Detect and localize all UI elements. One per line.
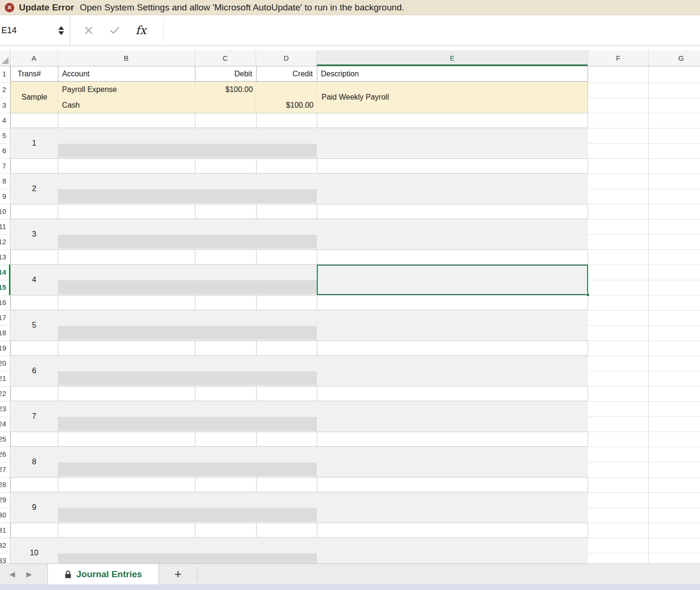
row-header-3[interactable]: 3 bbox=[0, 97, 6, 113]
column-header-b[interactable]: B bbox=[58, 50, 195, 66]
empty-grid-row[interactable] bbox=[10, 523, 588, 538]
row-header-6[interactable]: 6 bbox=[0, 143, 6, 158]
prev-sheet-icon[interactable]: ◀ bbox=[9, 570, 15, 579]
row-header-30[interactable]: 30 bbox=[0, 507, 6, 523]
transaction-number-cell[interactable]: 6 bbox=[10, 356, 58, 386]
transaction-number-cell[interactable]: 10 bbox=[10, 538, 58, 563]
row-header-31[interactable]: 31 bbox=[0, 523, 6, 538]
empty-grid-row[interactable] bbox=[10, 432, 588, 447]
sample-account-cell[interactable]: Payroll Expense Cash bbox=[58, 82, 195, 113]
row-header-25[interactable]: 25 bbox=[0, 432, 6, 447]
row-header-4[interactable]: 4 bbox=[0, 113, 6, 128]
column-header-c[interactable]: C bbox=[195, 50, 256, 66]
stepper-down-icon[interactable] bbox=[58, 31, 64, 35]
row-header-28[interactable]: 28 bbox=[0, 477, 6, 492]
column-header-f[interactable]: F bbox=[588, 50, 649, 66]
fill-handle[interactable] bbox=[586, 293, 589, 296]
row-header-24[interactable]: 24 bbox=[0, 416, 6, 432]
row-header-13[interactable]: 13 bbox=[0, 249, 6, 265]
empty-grid-row[interactable] bbox=[10, 249, 588, 265]
column-header-g[interactable]: G bbox=[649, 50, 700, 66]
transaction-number-cell[interactable]: 3 bbox=[10, 219, 58, 249]
row-header-12[interactable]: 12 bbox=[0, 234, 6, 249]
row-header-22[interactable]: 22 bbox=[0, 386, 6, 401]
header-cell-account[interactable]: Account bbox=[58, 66, 195, 81]
transaction-group-1[interactable]: 1 bbox=[10, 128, 588, 158]
transaction-group-6[interactable]: 6 bbox=[10, 356, 588, 386]
empty-grid-row[interactable] bbox=[10, 295, 588, 310]
empty-grid-row[interactable] bbox=[10, 204, 588, 219]
row-header-21[interactable]: 21 bbox=[0, 371, 6, 386]
row-header-15-selected[interactable]: 15 bbox=[0, 280, 6, 295]
add-sheet-button[interactable]: + bbox=[159, 564, 197, 584]
row-header-16[interactable]: 16 bbox=[0, 295, 6, 310]
select-all-corner[interactable] bbox=[0, 50, 10, 66]
cancel-x-icon[interactable] bbox=[83, 25, 94, 36]
row-header-33[interactable]: 33 bbox=[0, 553, 6, 563]
transaction-group-2[interactable]: 2 bbox=[10, 174, 588, 204]
transaction-number-cell[interactable]: 2 bbox=[10, 174, 58, 204]
sample-description-cell[interactable]: Paid Weekly Payroll bbox=[317, 82, 588, 113]
row-header-5[interactable]: 5 bbox=[0, 128, 6, 143]
row-header-2[interactable]: 2 bbox=[0, 82, 6, 97]
transaction-number-cell[interactable]: 5 bbox=[10, 310, 58, 341]
header-cell-description[interactable]: Description bbox=[317, 66, 589, 81]
row-header-29[interactable]: 29 bbox=[0, 492, 6, 507]
transaction-group-3[interactable]: 3 bbox=[10, 219, 588, 249]
status-bar-strip bbox=[0, 584, 700, 590]
row-header-19[interactable]: 19 bbox=[0, 341, 6, 356]
transaction-number-cell[interactable]: 8 bbox=[10, 447, 58, 477]
empty-grid-row[interactable] bbox=[10, 113, 588, 128]
empty-grid-row[interactable] bbox=[10, 158, 588, 174]
lock-icon bbox=[64, 570, 72, 579]
insert-function-icon[interactable]: fx bbox=[136, 24, 146, 37]
header-cell-debit[interactable]: Debit bbox=[195, 66, 257, 81]
column-header-e-selected[interactable]: E bbox=[317, 50, 588, 66]
notification-message: Open System Settings and allow 'Microsof… bbox=[80, 2, 404, 13]
empty-grid-row[interactable] bbox=[10, 386, 588, 401]
sheet-tab-journal-entries[interactable]: Journal Entries bbox=[47, 564, 159, 584]
row-header-8[interactable]: 8 bbox=[0, 174, 6, 189]
row-header-18[interactable]: 18 bbox=[0, 325, 6, 341]
column-header-d[interactable]: D bbox=[256, 50, 317, 66]
sample-trans-cell[interactable]: Sample bbox=[11, 82, 58, 113]
row-header-27[interactable]: 27 bbox=[0, 462, 6, 477]
header-cell-credit[interactable]: Credit bbox=[257, 66, 317, 81]
row-header-32[interactable]: 32 bbox=[0, 538, 6, 553]
empty-grid-row[interactable] bbox=[10, 477, 588, 492]
journal-table: Trans# Account Debit Credit Description … bbox=[10, 66, 588, 563]
row-header-11[interactable]: 11 bbox=[0, 219, 6, 234]
sheet-tab-bar: ◀ ▶ Journal Entries + bbox=[0, 563, 700, 584]
transaction-group-9[interactable]: 9 bbox=[10, 492, 588, 523]
row-header-1[interactable]: 1 bbox=[0, 66, 6, 82]
next-sheet-icon[interactable]: ▶ bbox=[27, 570, 32, 579]
sample-debit-cell[interactable]: $100.00 bbox=[195, 82, 256, 113]
transaction-group-8[interactable]: 8 bbox=[10, 447, 588, 477]
transaction-number-cell[interactable]: 4 bbox=[10, 265, 58, 295]
transaction-group-5[interactable]: 5 bbox=[10, 310, 588, 341]
transaction-number-cell[interactable]: 9 bbox=[10, 492, 58, 523]
transaction-number-cell[interactable]: 1 bbox=[10, 128, 58, 158]
row-header-26[interactable]: 26 bbox=[0, 447, 6, 462]
row-header-10[interactable]: 10 bbox=[0, 204, 6, 219]
header-cell-trans[interactable]: Trans# bbox=[11, 66, 58, 81]
row-header-14-selected[interactable]: 14 bbox=[0, 265, 6, 280]
name-box-stepper[interactable] bbox=[58, 26, 64, 35]
confirm-check-icon[interactable] bbox=[109, 25, 120, 36]
stepper-up-icon[interactable] bbox=[58, 26, 64, 30]
row-header-9[interactable]: 9 bbox=[0, 189, 6, 204]
row-header-17[interactable]: 17 bbox=[0, 310, 6, 325]
row-header-23[interactable]: 23 bbox=[0, 401, 6, 416]
sample-credit-cell[interactable]: $100.00 bbox=[256, 82, 317, 113]
transaction-group-7[interactable]: 7 bbox=[10, 401, 588, 432]
update-error-banner: ✕ Update Error Open System Settings and … bbox=[0, 0, 700, 15]
empty-grid-row[interactable] bbox=[10, 341, 588, 356]
transaction-number-cell[interactable]: 7 bbox=[10, 401, 58, 432]
name-box-value[interactable]: E14 bbox=[0, 26, 58, 36]
transaction-group-10[interactable]: 10 bbox=[10, 538, 588, 563]
name-box[interactable]: E14 bbox=[0, 15, 70, 46]
row-header-20[interactable]: 20 bbox=[0, 356, 6, 371]
row-header-7[interactable]: 7 bbox=[0, 158, 6, 174]
formula-bar-spacer bbox=[0, 46, 700, 50]
column-header-a[interactable]: A bbox=[10, 50, 58, 66]
